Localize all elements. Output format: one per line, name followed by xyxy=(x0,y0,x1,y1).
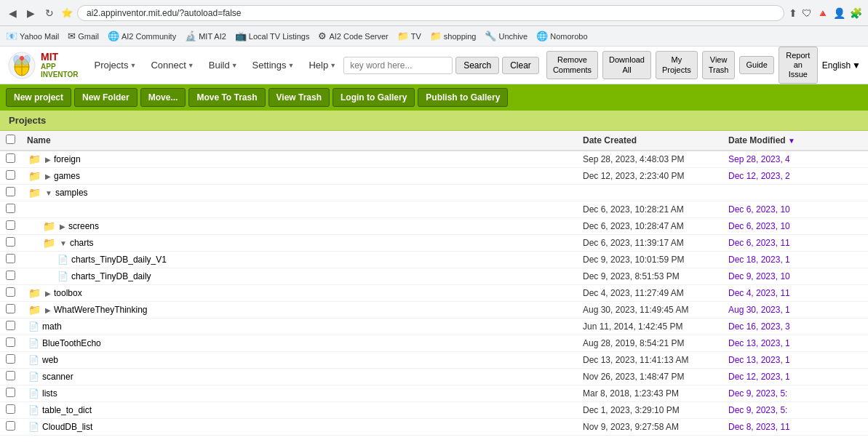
row-checkbox[interactable] xyxy=(6,421,15,431)
bookmark-shopping[interactable]: 📁 shopping xyxy=(430,31,477,41)
row-name[interactable]: screens xyxy=(68,221,99,231)
report-issue-button[interactable]: Report an Issue xyxy=(779,47,818,84)
new-project-button[interactable]: New project xyxy=(6,88,71,107)
header-checkbox-col[interactable] xyxy=(0,131,21,151)
expand-button[interactable]: ▶ xyxy=(45,289,51,297)
bookmark-gmail[interactable]: ✉ Gmail xyxy=(68,31,99,41)
bookmark-yahoo-mail[interactable]: 📧 Yahoo Mail xyxy=(6,31,59,41)
row-checkbox[interactable] xyxy=(6,321,15,330)
my-projects-button[interactable]: My Projects xyxy=(656,51,698,79)
nav-build[interactable]: Build ▼ xyxy=(202,55,245,75)
bookmark-local-tv[interactable]: 📺 Local TV Listings xyxy=(235,31,310,41)
bookmark-nomorobo[interactable]: 🌐 Nomorobo xyxy=(536,31,587,41)
row-name[interactable]: samples xyxy=(55,188,88,198)
row-name[interactable]: math xyxy=(42,321,62,332)
row-name[interactable]: charts_TinyDB_daily xyxy=(71,271,151,281)
login-to-gallery-button[interactable]: Login to Gallery xyxy=(333,88,415,107)
expand-button[interactable]: ▶ xyxy=(45,306,51,314)
table-row: Dec 6, 2023, 10:28:21 AMDec 6, 2023, 10 xyxy=(0,201,868,218)
table-row: 📁▶screensDec 6, 2023, 10:28:47 AMDec 6, … xyxy=(0,218,868,235)
bookmark-ai2-code[interactable]: ⚙ AI2 Code Server xyxy=(318,31,388,41)
row-checkbox[interactable] xyxy=(6,220,15,230)
extension-icon[interactable]: 🔺 xyxy=(816,7,829,19)
row-name[interactable]: lists xyxy=(42,388,57,399)
row-name[interactable]: foreign xyxy=(54,154,81,164)
folder-icon: 📁 xyxy=(28,304,41,316)
row-name[interactable]: charts_TinyDB_daily_V1 xyxy=(71,255,167,265)
nav-connect[interactable]: Connect ▼ xyxy=(143,55,201,75)
move-to-trash-button[interactable]: Move To Trash xyxy=(188,88,265,107)
row-checkbox[interactable] xyxy=(6,204,15,213)
row-checkbox[interactable] xyxy=(6,371,15,380)
url-bar[interactable]: ai2.appinventor.mit.edu/?autoload=false xyxy=(77,5,784,21)
row-name[interactable]: CloudDB_list xyxy=(42,422,92,432)
language-button[interactable]: English ▼ xyxy=(822,60,861,71)
row-checkbox[interactable] xyxy=(6,304,15,313)
row-name[interactable]: web xyxy=(42,355,58,365)
row-name[interactable]: table_to_dict xyxy=(42,405,92,415)
file-icon: 📄 xyxy=(28,321,39,332)
publish-to-gallery-button[interactable]: Publish to Gallery xyxy=(418,88,508,107)
row-checkbox[interactable] xyxy=(6,354,15,364)
row-checkbox[interactable] xyxy=(6,237,15,247)
projects-table-container[interactable]: Name Date Created Date Modified ▼ 📁▶fore… xyxy=(0,131,868,436)
new-folder-button[interactable]: New Folder xyxy=(74,88,138,107)
nav-settings[interactable]: Settings ▼ xyxy=(245,55,302,75)
reload-button[interactable]: ↻ xyxy=(42,6,57,20)
expand-button[interactable]: ▶ xyxy=(45,156,51,164)
row-checkbox[interactable] xyxy=(6,287,15,297)
collapse-button[interactable]: ▼ xyxy=(45,189,52,197)
expand-button[interactable]: ▶ xyxy=(60,223,65,231)
row-checkbox[interactable] xyxy=(6,404,15,414)
bookmark-mit-ai2[interactable]: 🔬 MIT AI2 xyxy=(185,31,226,41)
download-all-button[interactable]: Download All xyxy=(602,51,651,79)
row-name[interactable]: BlueToothEcho xyxy=(42,338,101,348)
profile-icon[interactable]: 👤 xyxy=(833,7,845,19)
date-created-cell: Jun 11, 2014, 1:42:45 PM xyxy=(577,319,722,335)
row-name[interactable]: games xyxy=(54,171,80,181)
row-checkbox[interactable] xyxy=(6,388,15,397)
header-modified-col[interactable]: Date Modified ▼ xyxy=(722,131,868,151)
select-all-checkbox[interactable] xyxy=(6,135,15,144)
row-checkbox[interactable] xyxy=(6,153,15,163)
folder-tv-icon: 📁 xyxy=(397,31,409,41)
bookmark-ai2-community[interactable]: 🌐 AI2 Community xyxy=(108,31,176,41)
back-button[interactable]: ◀ xyxy=(6,6,20,20)
header-created-col[interactable]: Date Created xyxy=(577,131,722,151)
date-modified-cell: Aug 30, 2023, 1 xyxy=(722,302,868,319)
date-created-cell: Dec 4, 2023, 11:27:49 AM xyxy=(577,285,722,302)
row-checkbox[interactable] xyxy=(6,271,15,280)
row-checkbox[interactable] xyxy=(6,337,15,347)
bookmark-icon[interactable]: 🛡 xyxy=(802,7,812,19)
view-trash-toolbar-button[interactable]: View Trash xyxy=(268,88,330,107)
remove-comments-button[interactable]: Remove Comments xyxy=(546,51,598,79)
row-name[interactable]: charts xyxy=(70,238,94,248)
row-checkbox[interactable] xyxy=(6,254,15,263)
date-modified-cell xyxy=(722,185,868,201)
row-checkbox[interactable] xyxy=(6,187,15,196)
collapse-button[interactable]: ▼ xyxy=(60,239,67,247)
clear-button[interactable]: Clear xyxy=(502,57,539,74)
search-input[interactable] xyxy=(343,57,453,74)
expand-button[interactable]: ▶ xyxy=(45,172,51,180)
row-name[interactable]: toolbox xyxy=(54,288,82,298)
name-cell: 📄charts_TinyDB_daily_V1 xyxy=(27,255,571,265)
move-button[interactable]: Move... xyxy=(140,88,186,107)
extensions-icon[interactable]: 🧩 xyxy=(850,7,862,19)
share-icon[interactable]: ⬆ xyxy=(789,7,797,19)
file-icon: 📄 xyxy=(28,338,39,348)
bookmark-unchive[interactable]: 🔧 Unchive xyxy=(485,31,527,41)
row-checkbox[interactable] xyxy=(6,170,15,180)
name-cell: 📄charts_TinyDB_daily xyxy=(27,271,571,281)
forward-button[interactable]: ▶ xyxy=(24,6,38,20)
row-name[interactable]: WhatWereTheyThinking xyxy=(54,305,148,315)
guide-button[interactable]: Guide xyxy=(739,56,773,74)
bookmark-tv[interactable]: 📁 TV xyxy=(397,31,421,41)
nav-projects[interactable]: Projects ▼ xyxy=(87,55,144,75)
row-name[interactable]: scanner xyxy=(42,372,73,382)
header-name-col[interactable]: Name xyxy=(21,131,577,151)
nav-help[interactable]: Help ▼ xyxy=(301,55,343,75)
search-button[interactable]: Search xyxy=(455,57,499,74)
view-trash-header-button[interactable]: View Trash xyxy=(702,51,736,79)
date-modified-cell: Dec 13, 2023, 1 xyxy=(722,335,868,352)
